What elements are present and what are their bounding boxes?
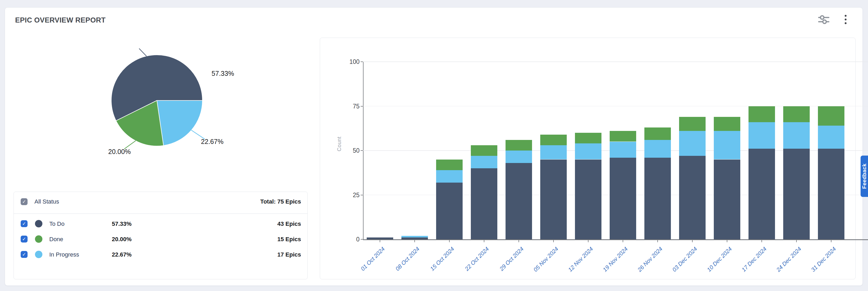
total-epics-value: Total: 75 Epics [260, 198, 301, 205]
bar-segment-to-do[interactable] [505, 163, 532, 239]
bar-segment-to-do[interactable] [818, 149, 844, 239]
bar-segment-to-do[interactable] [679, 156, 706, 239]
bar-segment-in-progress[interactable] [471, 156, 497, 168]
pie-leader-line [139, 49, 147, 56]
bar-segment-done[interactable] [679, 117, 706, 131]
bar-segment-in-progress[interactable] [505, 150, 532, 163]
inprogress-epics: 17 Epics [277, 251, 301, 258]
bar-segment-to-do[interactable] [783, 149, 810, 239]
bar-segment-done[interactable] [436, 159, 463, 170]
bar-segment-in-progress[interactable] [783, 122, 810, 149]
bar-segment-done[interactable] [748, 106, 775, 122]
x-axis-tick [657, 240, 658, 242]
x-axis-tick [553, 240, 554, 242]
bar-segment-done[interactable] [610, 131, 636, 142]
filter-settings-button[interactable] [817, 13, 830, 25]
x-tick-label: 15 Oct 2024 [429, 246, 456, 272]
x-axis-tick [484, 240, 484, 242]
bar-segment-done[interactable] [540, 135, 567, 145]
pie-label-inprogress: 22.67% [201, 138, 224, 146]
x-tick-label: 05 Nov 2024 [532, 246, 560, 273]
all-status-checkbox[interactable]: ✓ [21, 198, 28, 205]
y-axis-tick [361, 61, 363, 62]
bar-segment-to-do[interactable] [401, 237, 428, 239]
bar-segment-in-progress[interactable] [714, 131, 740, 159]
inprogress-label: In Progress [49, 251, 79, 258]
x-tick-label: 12 Nov 2024 [567, 246, 595, 273]
bar-segment-in-progress[interactable] [679, 131, 706, 156]
bar-segment-in-progress[interactable] [644, 140, 671, 158]
x-axis-tick [449, 240, 450, 242]
pie-chart: 57.33% 22.67% 20.00% [95, 37, 238, 162]
bar-segment-done[interactable] [575, 133, 601, 143]
pie-label-done: 20.00% [108, 148, 131, 155]
card-toolbar [817, 13, 852, 25]
bar-segment-to-do[interactable] [471, 168, 497, 239]
legend-divider [14, 213, 307, 214]
bar-segment-in-progress[interactable] [401, 236, 428, 238]
bar-segment-in-progress[interactable] [436, 170, 463, 183]
bar-segment-in-progress[interactable] [818, 126, 844, 149]
done-color-swatch [35, 235, 42, 243]
x-tick-label: 29 Oct 2024 [498, 246, 525, 272]
y-axis-tick [361, 239, 363, 240]
y-tick-label: 50 [343, 147, 360, 154]
bar-segment-done[interactable] [505, 140, 532, 150]
x-axis-tick [519, 240, 519, 242]
x-tick-label: 31 Dec 2024 [810, 246, 838, 273]
todo-label: To Do [49, 221, 64, 227]
inprogress-percent: 22.67% [112, 251, 132, 258]
done-checkbox[interactable]: ✓ [21, 236, 28, 242]
done-label: Done [49, 236, 63, 243]
bar-segment-to-do[interactable] [367, 237, 393, 239]
pie-slice-in-progress[interactable] [157, 100, 203, 146]
done-epics: 15 Epics [277, 236, 301, 243]
bar-segment-to-do[interactable] [610, 158, 636, 239]
x-tick-label: 08 Oct 2024 [394, 246, 421, 272]
y-axis-title: Count [336, 137, 342, 151]
todo-checkbox[interactable]: ✓ [21, 220, 28, 227]
bar-segment-to-do[interactable] [644, 158, 671, 239]
sliders-icon [818, 14, 830, 25]
bar-segment-done[interactable] [644, 127, 671, 140]
bar-segment-to-do[interactable] [575, 159, 601, 240]
bar-segment-done[interactable] [471, 145, 497, 156]
y-axis-tick [361, 150, 363, 151]
bar-plot-area [363, 62, 868, 239]
page-title: EPIC OVERVIEW REPORT [15, 16, 106, 24]
x-tick-label: 17 Dec 2024 [741, 246, 768, 273]
bar-segment-in-progress[interactable] [748, 122, 775, 149]
feedback-button[interactable]: Feedback [861, 155, 868, 197]
x-tick-label: 22 Oct 2024 [464, 246, 490, 272]
todo-percent: 57.33% [112, 221, 132, 227]
y-tick-label: 0 [343, 236, 360, 243]
bar-segment-in-progress[interactable] [575, 143, 601, 159]
bar-segment-done[interactable] [783, 106, 810, 122]
all-status-label: All Status [34, 198, 59, 205]
x-tick-label: 03 Dec 2024 [671, 246, 699, 273]
y-tick-label: 75 [343, 103, 360, 110]
todo-epics: 43 Epics [277, 221, 301, 227]
epic-overview-report-card: EPIC OVERVIEW REPORT 57.33% 22.67% 20.00… [5, 7, 863, 286]
x-axis-tick [762, 240, 762, 242]
feedback-button-label: Feedback [861, 164, 867, 189]
inprogress-checkbox[interactable]: ✓ [21, 251, 28, 258]
todo-color-swatch [35, 220, 42, 227]
more-options-button[interactable] [839, 13, 852, 25]
bar-segment-done[interactable] [714, 117, 740, 131]
x-axis-tick [623, 240, 623, 242]
bar-segment-in-progress[interactable] [610, 142, 636, 158]
bar-segment-to-do[interactable] [748, 149, 775, 239]
done-percent: 20.00% [112, 236, 132, 243]
bar-segment-done[interactable] [818, 106, 844, 126]
bar-segment-in-progress[interactable] [540, 145, 567, 159]
gridline [363, 61, 868, 62]
bar-segment-to-do[interactable] [436, 183, 463, 239]
pie-label-todo: 57.33% [212, 70, 234, 78]
y-tick-label: 25 [343, 191, 360, 199]
x-tick-label: 24 Dec 2024 [775, 246, 803, 273]
y-axis-line [363, 62, 364, 240]
x-axis-tick [588, 240, 588, 242]
bar-segment-to-do[interactable] [714, 159, 740, 240]
bar-segment-to-do[interactable] [540, 159, 567, 240]
